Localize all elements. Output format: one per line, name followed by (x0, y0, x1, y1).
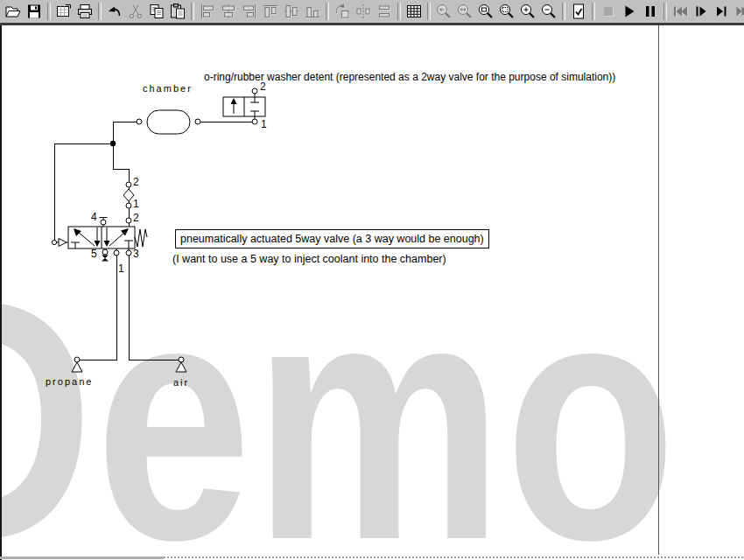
horizontal-scrollbar-thumb[interactable] (0, 556, 164, 559)
tb-step-forward-button[interactable] (691, 2, 712, 21)
toolbar-separator (397, 3, 401, 20)
zoom-fit-icon (477, 3, 495, 20)
step-back-icon (671, 3, 689, 20)
tb-distribute-button (374, 2, 395, 21)
tb-step-back-button (670, 2, 691, 21)
spring-return (135, 229, 147, 247)
mirror-icon (354, 3, 372, 20)
oring-annotation: o-ring/rubber washer detent (represented… (204, 71, 615, 83)
toolbar-separator (562, 3, 565, 20)
tb-align-center-button (218, 2, 239, 21)
tb-simulate-to-end-button[interactable] (712, 2, 733, 21)
rotate-icon (333, 3, 351, 20)
tb-print-button[interactable] (74, 2, 95, 21)
label-1: 1 (261, 119, 267, 130)
tb-undo-button[interactable] (104, 2, 125, 21)
play-icon (621, 3, 638, 20)
horizontal-scrollbar-track[interactable] (164, 556, 744, 558)
label-5: 5 (91, 248, 97, 260)
copy-icon (148, 3, 165, 20)
toolbar-separator (592, 3, 595, 20)
pause-icon (642, 3, 659, 20)
tb-fast-forward-button (733, 2, 744, 21)
tb-copy-button[interactable] (146, 2, 167, 21)
tb-open-button[interactable] (3, 2, 24, 21)
tb-grid-button[interactable] (404, 2, 425, 21)
tb-mirror-button (353, 2, 374, 21)
tb-align-right-button (239, 2, 260, 21)
label-propane: propane (46, 376, 93, 388)
toolbar-separator (326, 3, 329, 20)
tb-zoom-in-button[interactable] (517, 2, 538, 21)
two-way-valve-symbol[interactable] (223, 88, 265, 124)
chamber-symbol[interactable] (137, 110, 200, 134)
open-icon (4, 3, 22, 20)
pipe-junction-dot[interactable] (110, 141, 116, 146)
app-window: Demo (0, 0, 744, 560)
zoom-in-icon (519, 3, 537, 20)
distribute-icon (376, 3, 393, 20)
cut-icon (127, 3, 144, 20)
check-drawing-icon (570, 3, 587, 20)
toolbar-separator (663, 3, 667, 20)
save-icon (25, 3, 43, 20)
align-middle-icon (283, 3, 300, 20)
valve-annotation-box[interactable]: pneumatically actuated 5way valve (a 3 w… (175, 229, 489, 248)
circuit-diagram (0, 0, 744, 560)
label-air: air (173, 377, 189, 388)
step-forward-icon (692, 3, 710, 20)
new-drawing-icon (55, 3, 73, 20)
stop-icon (600, 3, 617, 20)
valve-annotation-note: (I want to use a 5 way to inject coolant… (172, 253, 446, 265)
canvas-top-border (0, 23, 744, 25)
page-boundary-line (658, 25, 659, 555)
align-top-icon (262, 3, 279, 20)
label-2: 2 (133, 213, 139, 224)
label-2: 2 (133, 177, 139, 188)
tb-play-button[interactable] (619, 2, 640, 21)
fast-forward-icon (734, 3, 744, 20)
tb-new-drawing-button[interactable] (53, 2, 74, 21)
zoom-out-icon (540, 3, 558, 20)
toolbar (0, 0, 744, 23)
tb-align-left-button (197, 2, 218, 21)
simulate-to-end-icon (713, 3, 731, 20)
label-4: 4 (91, 212, 97, 223)
zoom-pan-icon (456, 3, 474, 20)
align-center-icon (220, 3, 237, 20)
label-chamber: chamber (143, 83, 193, 94)
tb-check-drawing-button[interactable] (568, 2, 589, 21)
align-bottom-icon (304, 3, 321, 20)
label-3: 3 (133, 248, 139, 260)
tb-stop-button (598, 2, 619, 21)
tb-save-button[interactable] (24, 2, 45, 21)
zoom-window-icon (498, 3, 516, 20)
tb-pause-button[interactable] (640, 2, 661, 21)
tb-cut-button (125, 2, 146, 21)
tb-align-top-button (260, 2, 281, 21)
tb-align-bottom-button (302, 2, 323, 21)
toolbar-separator (47, 3, 51, 20)
canvas-left-border (0, 23, 2, 560)
toolbar-separator (427, 3, 431, 20)
undo-icon (106, 3, 123, 20)
zoom-previous-icon (435, 3, 453, 20)
tb-zoom-pan-button (454, 2, 475, 21)
toolbar-separator (191, 3, 194, 20)
tb-zoom-fit-button[interactable] (475, 2, 496, 21)
tb-zoom-previous-button (433, 2, 454, 21)
label-1: 1 (133, 199, 139, 210)
tb-paste-button[interactable] (167, 2, 188, 21)
tb-align-middle-button (281, 2, 302, 21)
print-icon (76, 3, 94, 20)
label-1: 1 (118, 263, 124, 275)
toolbar-separator (98, 3, 102, 20)
tb-zoom-out-button[interactable] (538, 2, 559, 21)
tb-zoom-window-button[interactable] (496, 2, 517, 21)
tb-rotate-button (332, 2, 353, 21)
pilot-triangle (59, 239, 67, 247)
align-right-icon (241, 3, 258, 20)
paste-icon (169, 3, 186, 20)
align-left-icon (199, 3, 216, 20)
grid-icon (405, 3, 423, 20)
